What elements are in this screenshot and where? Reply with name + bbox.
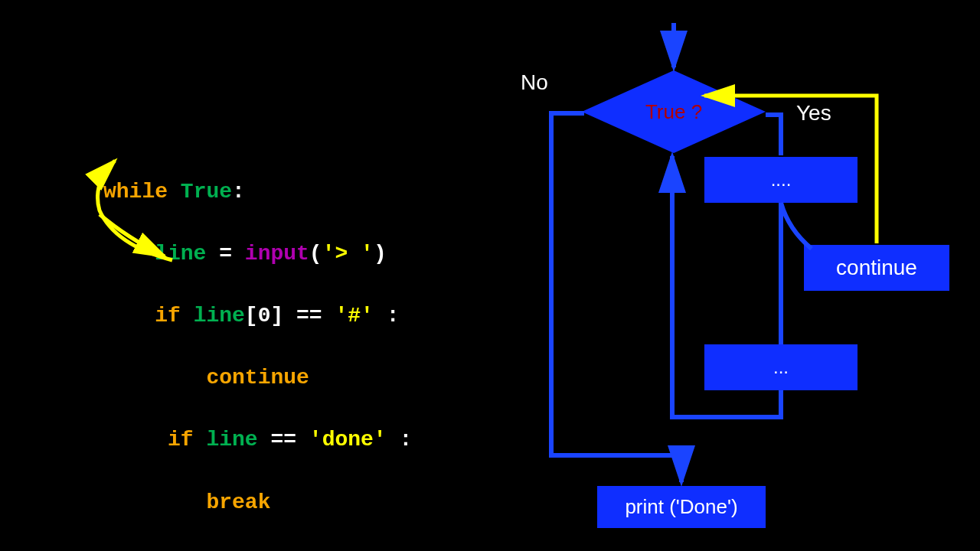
flow-arrows (0, 0, 980, 551)
flowchart: True ? No Yes .... continue ... print ('… (0, 0, 980, 551)
